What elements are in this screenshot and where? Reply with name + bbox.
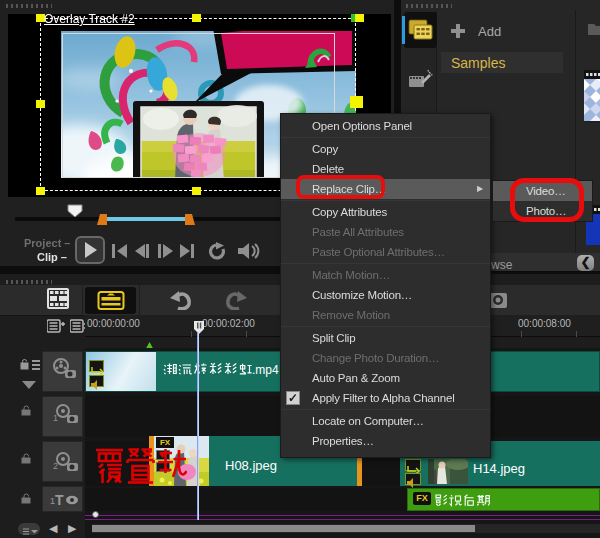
svg-text:.mp4: .mp4 (252, 363, 279, 377)
svg-text:T: T (55, 492, 64, 508)
